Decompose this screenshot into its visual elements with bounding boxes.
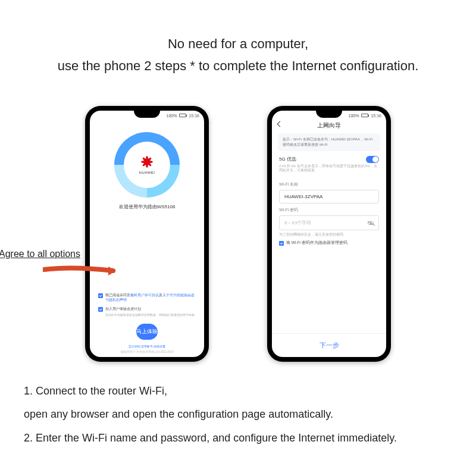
wifi-name-value: HUAWEI-3ZVPAA <box>284 194 322 199</box>
checkbox-checked-icon[interactable] <box>98 293 103 298</box>
phone-left: 100% 15:16 <box>85 106 209 362</box>
agree-row-1[interactable]: 我已阅读并同意最终用户许可协议及关于华为智能路由器与隐私的声明 <box>98 293 196 303</box>
instructions: 1. Connect to the router Wi-Fi, open any… <box>0 362 476 450</box>
back-arrow-icon[interactable] <box>277 121 283 127</box>
brand-ring: HUAWEI <box>114 132 180 198</box>
info-banner: 提示：Wi-Fi 名称已改会并为：HUAWEI-3ZVPAA ，Wi-Fi 密码… <box>278 133 380 151</box>
wifi-name-label: Wi-Fi 名称 <box>272 181 386 187</box>
step-1b: open any browser and open the configurat… <box>24 403 452 427</box>
next-button[interactable]: 下一步 <box>272 333 386 357</box>
wifi-pwd-placeholder: 8～63个字符 <box>284 220 311 226</box>
wifi-pwd-field[interactable]: 8～63个字符 <box>279 215 379 230</box>
brand-text: HUAWEI <box>139 171 155 174</box>
pwd-hint: 为了您的网络的安全，请注意保管好密码 <box>272 230 386 237</box>
welcome-text: 欢迎使用华为路由WS5108 <box>119 203 176 210</box>
battery-icon <box>179 114 186 117</box>
notch-icon <box>316 111 342 118</box>
5g-section: 5G 优选 2.4G 和 5G 信号合并显示，同等信号强度下优选更快的 5G，关… <box>272 156 386 173</box>
agree-callout: Agree to all options <box>0 249 80 259</box>
agree2-text: 加入用户体验改进计划 <box>105 306 141 311</box>
step-2: 2. Enter the Wi-Fi name and password, an… <box>24 427 452 450</box>
headline-line1: No need for a computer, <box>0 33 476 55</box>
copyright-text: 版权所有 © 华为技术有限公司 2012-2018 <box>121 350 174 357</box>
page-title: 上网向导 <box>272 119 386 133</box>
phones-row: 100% 15:16 <box>0 106 476 362</box>
battery-icon <box>361 114 368 117</box>
clock-text: 15:16 <box>371 114 381 118</box>
step-1a: 1. Connect to the router Wi-Fi, <box>24 380 452 403</box>
headline-line2: use the phone 2 steps * to complete the … <box>0 55 476 77</box>
agree-row-2[interactable]: 加入用户体验改进计划 <box>98 306 196 312</box>
huawei-logo-icon <box>140 155 154 169</box>
battery-text: 100% <box>167 114 177 118</box>
same-pwd-row[interactable]: 将 Wi-Fi 密码作为路由器管理密码 <box>272 237 386 246</box>
battery-text: 100% <box>349 114 359 118</box>
wifi-name-field[interactable]: HUAWEI-3ZVPAA <box>279 190 379 203</box>
clock-text: 15:16 <box>189 114 199 118</box>
start-button[interactable]: 马上体验 <box>136 324 158 340</box>
5g-title: 5G 优选 <box>279 156 296 162</box>
eye-off-icon[interactable] <box>368 221 374 225</box>
same-pwd-text: 将 Wi-Fi 密码作为路由器管理密码 <box>286 240 347 246</box>
wifi-pwd-label: Wi-Fi 密码 <box>272 207 386 213</box>
footer-links[interactable]: 忘记密码 宽带帐号 高级设置 <box>129 340 166 350</box>
headline: No need for a computer, use the phone 2 … <box>0 0 476 77</box>
eula-link[interactable]: 最终用户许可协议 <box>130 293 159 297</box>
checkbox-checked-icon[interactable] <box>98 307 103 312</box>
checkbox-checked-icon[interactable] <box>279 241 284 246</box>
notch-icon <box>134 111 160 118</box>
agree1-pre: 我已阅读并同意 <box>105 293 130 297</box>
phone-right: 100% 15:16 上网向导 提示：Wi-Fi 名称已改会并为：HUAWEI-… <box>267 106 391 362</box>
arrow-swoosh-icon <box>43 265 117 278</box>
5g-desc: 2.4G 和 5G 信号合并显示，同等信号强度下优选更快的 5G，关闭此开关，可… <box>279 164 379 173</box>
5g-toggle[interactable] <box>366 156 379 163</box>
agree2-sub: 自动向华为服务器发送诊断和使用数据，帮助我们改善您的用户体验 <box>105 313 196 317</box>
title-text: 上网向导 <box>317 122 341 129</box>
